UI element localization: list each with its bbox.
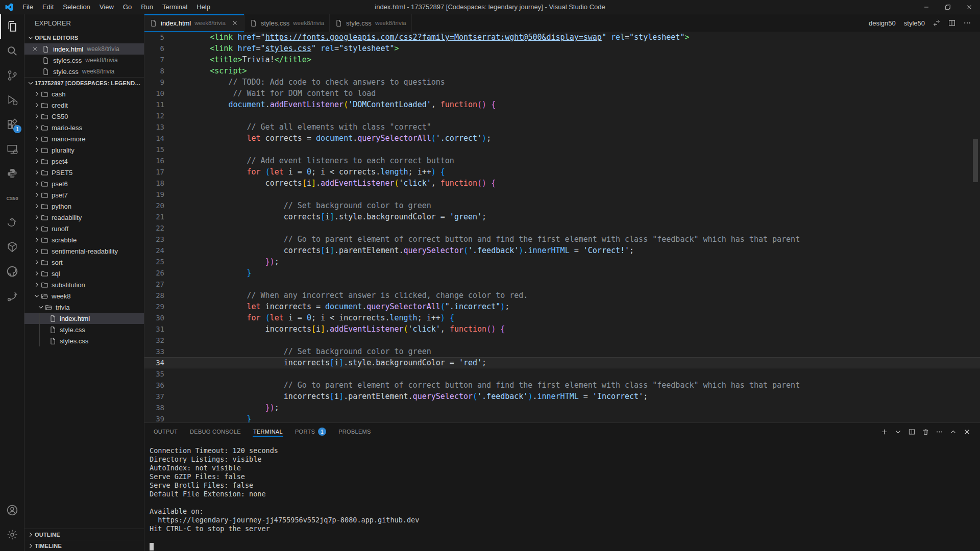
code-line-22[interactable]: 22 — [144, 222, 980, 234]
tree-item-style.css[interactable]: style.css — [24, 324, 144, 335]
tree-item-credit[interactable]: credit — [24, 99, 144, 111]
terminal-link[interactable]: https://legendary-journey-jj4755956v552j… — [150, 516, 980, 524]
workspace-root-header[interactable]: 173752897 [CODESPACES: LEGENDAR... — [24, 77, 144, 88]
code-line-32[interactable]: 32 — [144, 335, 980, 346]
code-line-33[interactable]: 33 // Set background color to green — [144, 346, 980, 357]
activity-item-live-share[interactable] — [0, 284, 24, 308]
minimize-button[interactable] — [916, 0, 937, 14]
terminal-more-actions-button[interactable] — [933, 428, 946, 436]
tree-item-trivia[interactable]: trivia — [24, 302, 144, 313]
code-line-9[interactable]: 9 // TODO: Add code to check answers to … — [144, 77, 980, 88]
activity-item-python[interactable] — [0, 161, 24, 186]
code-line-34[interactable]: 34 incorrects[i].style.backgroundColor =… — [144, 357, 980, 368]
terminal-output[interactable]: Connection Timeout: 120 secondsDirectory… — [144, 440, 980, 551]
code-line-12[interactable]: 12 — [144, 110, 980, 121]
close-icon[interactable] — [31, 46, 39, 53]
close-panel-button[interactable] — [960, 428, 974, 436]
close-icon[interactable] — [231, 19, 239, 27]
panel-tab-terminal[interactable]: TERMINAL — [253, 427, 283, 437]
split-editor-icon[interactable] — [944, 19, 960, 27]
code-line-25[interactable]: 25 }); — [144, 256, 980, 267]
tree-item-sentimental-readability[interactable]: sentimental-readability — [24, 245, 144, 257]
panel-tab-output[interactable]: OUTPUT — [153, 427, 178, 437]
launch-profile-button[interactable] — [891, 428, 905, 436]
tree-item-pset6[interactable]: pset6 — [24, 178, 144, 189]
tree-item-CS50[interactable]: CS50 — [24, 111, 144, 122]
editor-scrollbar[interactable] — [973, 139, 978, 182]
tree-item-readability[interactable]: readability — [24, 212, 144, 223]
code-editor[interactable]: 5 <link href="https://fonts.googleapis.c… — [144, 32, 980, 422]
open-editor-index.html[interactable]: index.htmlweek8/trivia — [24, 43, 144, 55]
menu-run[interactable]: Run — [136, 0, 158, 14]
style50-command-button[interactable]: style50 — [900, 19, 929, 27]
code-line-19[interactable]: 19 — [144, 189, 980, 200]
panel-tab-problems[interactable]: PROBLEMS — [338, 427, 372, 437]
activity-item-remote-explorer[interactable] — [0, 137, 24, 161]
tab-index.html[interactable]: index.htmlweek8/trivia — [144, 14, 244, 32]
maximize-panel-button[interactable] — [946, 428, 960, 436]
code-line-30[interactable]: 30 for (let i = 0; i < incorrects.length… — [144, 312, 980, 323]
restore-button[interactable] — [937, 0, 959, 14]
new-terminal-button[interactable] — [877, 428, 891, 436]
code-line-7[interactable]: 7 <title>Trivia!</title> — [144, 54, 980, 65]
tree-item-index.html[interactable]: index.html — [24, 313, 144, 324]
tree-item-pset4[interactable]: pset4 — [24, 156, 144, 167]
activity-item-containers[interactable] — [0, 235, 24, 259]
terminal-cursor-line[interactable] — [150, 542, 980, 550]
tree-item-styles.css[interactable]: styles.css — [24, 335, 144, 346]
code-line-8[interactable]: 8 <script> — [144, 65, 980, 77]
code-line-5[interactable]: 5 <link href="https://fonts.googleapis.c… — [144, 32, 980, 43]
code-line-16[interactable]: 16 // Add event listeners to each correc… — [144, 155, 980, 166]
code-line-29[interactable]: 29 let incorrects = document.querySelect… — [144, 301, 980, 312]
open-editors-header[interactable]: OPEN EDITORS — [24, 32, 144, 43]
code-line-38[interactable]: 38 }); — [144, 402, 980, 413]
tab-style.css[interactable]: style.cssweek8/trivia — [330, 14, 412, 32]
design50-command-button[interactable]: design50 — [865, 19, 900, 27]
tree-item-mario-more[interactable]: mario-more — [24, 133, 144, 144]
more-actions-icon[interactable] — [960, 19, 975, 27]
tab-styles.css[interactable]: styles.cssweek8/trivia — [244, 14, 330, 32]
menu-terminal[interactable]: Terminal — [158, 0, 192, 14]
tree-item-sort[interactable]: sort — [24, 257, 144, 268]
activity-item-explorer[interactable] — [0, 14, 24, 39]
menu-view[interactable]: View — [95, 0, 118, 14]
code-line-28[interactable]: 28 // When any incorrect answer is click… — [144, 290, 980, 301]
code-line-31[interactable]: 31 incorrects[i].addEventListener('click… — [144, 323, 980, 335]
open-changes-icon[interactable] — [929, 19, 944, 27]
tree-item-scrabble[interactable]: scrabble — [24, 234, 144, 245]
menu-help[interactable]: Help — [192, 0, 215, 14]
activity-item-source-control[interactable] — [0, 63, 24, 88]
tree-item-PSET5[interactable]: PSET5 — [24, 167, 144, 178]
activity-item-extensions[interactable]: 1 — [0, 112, 24, 137]
code-line-18[interactable]: 18 corrects[i].addEventListener('click',… — [144, 178, 980, 189]
menu-edit[interactable]: Edit — [38, 0, 58, 14]
code-line-24[interactable]: 24 corrects[i].parentElement.querySelect… — [144, 245, 980, 256]
code-line-11[interactable]: 11 document.addEventListener('DOMContent… — [144, 99, 980, 110]
tree-item-python[interactable]: python — [24, 201, 144, 212]
code-line-13[interactable]: 13 // Get all elements with class "corre… — [144, 121, 980, 133]
code-line-15[interactable]: 15 — [144, 144, 980, 155]
code-line-21[interactable]: 21 corrects[i].style.backgroundColor = '… — [144, 211, 980, 222]
tree-item-runoff[interactable]: runoff — [24, 223, 144, 234]
tree-item-plurality[interactable]: plurality — [24, 144, 144, 156]
code-line-36[interactable]: 36 // Go to parent element of correct bu… — [144, 380, 980, 391]
activity-item-github[interactable] — [0, 259, 24, 284]
activity-item-account[interactable] — [0, 498, 24, 522]
tree-item-pset7[interactable]: pset7 — [24, 189, 144, 201]
menu-file[interactable]: File — [18, 0, 38, 14]
kill-terminal-button[interactable] — [919, 428, 933, 436]
activity-item-debug50-duck[interactable] — [0, 210, 24, 235]
code-line-14[interactable]: 14 let corrects = document.querySelector… — [144, 133, 980, 144]
code-line-17[interactable]: 17 for (let i = 0; i < corrects.length; … — [144, 166, 980, 178]
code-line-27[interactable]: 27 — [144, 279, 980, 290]
tree-item-mario-less[interactable]: mario-less — [24, 122, 144, 133]
activity-item-search[interactable] — [0, 39, 24, 63]
code-line-10[interactable]: 10 // Wait for DOM content to load — [144, 88, 980, 99]
open-editor-style.css[interactable]: style.cssweek8/trivia — [24, 66, 144, 77]
menu-go[interactable]: Go — [118, 0, 136, 14]
tree-item-substitution[interactable]: substitution — [24, 279, 144, 290]
activity-item-run-debug[interactable] — [0, 88, 24, 112]
code-line-37[interactable]: 37 incorrects[i].parentElement.querySele… — [144, 391, 980, 402]
close-window-button[interactable] — [959, 0, 980, 14]
section-timeline[interactable]: TIMELINE — [24, 540, 144, 551]
